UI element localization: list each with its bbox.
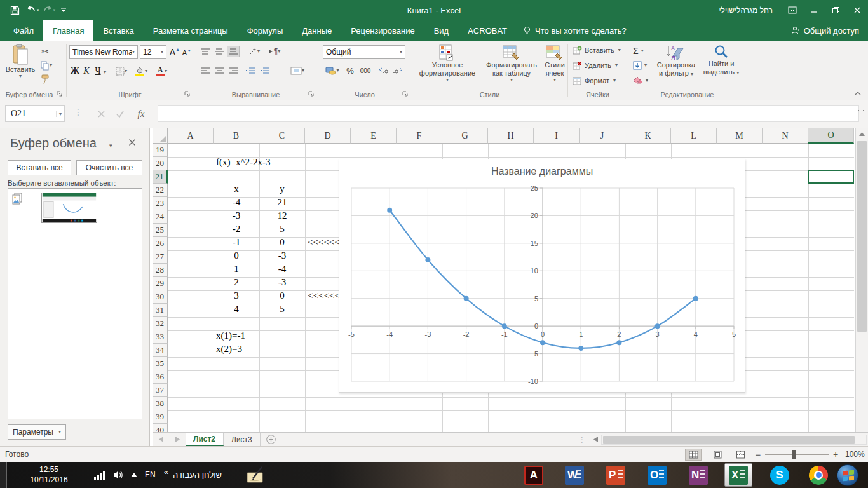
align-left-button[interactable] <box>199 65 212 76</box>
decrease-indent-button[interactable] <box>243 65 256 76</box>
cell-B29[interactable]: 2 <box>214 277 259 290</box>
underline-dropdown[interactable]: ▾ <box>104 70 106 75</box>
column-header-D[interactable]: D <box>305 128 351 144</box>
cell-C29[interactable]: -3 <box>259 277 305 290</box>
scroll-up-arrow[interactable] <box>856 128 868 139</box>
column-header-A[interactable]: A <box>168 128 214 144</box>
row-header-33[interactable]: 33 <box>153 330 168 344</box>
tell-me-box[interactable]: Что вы хотите сделать? <box>523 20 627 41</box>
row-header-26[interactable]: 26 <box>153 237 168 250</box>
share-button[interactable]: Общий доступ <box>791 20 859 41</box>
clipboard-options-button[interactable]: Параметры▾ <box>8 424 66 440</box>
comma-style-button[interactable]: 000 <box>357 65 374 76</box>
conditional-formatting-button[interactable]: Условное форматирование▾ <box>414 44 480 83</box>
desktop-toolbar-label[interactable]: שולחן העבודה <box>173 470 222 480</box>
cell-C30[interactable]: 0 <box>259 290 305 304</box>
column-header-K[interactable]: K <box>625 128 671 144</box>
number-dialog-launcher[interactable] <box>402 90 409 98</box>
grow-font-button[interactable]: A▲ <box>169 45 180 59</box>
hscroll-left-arrow[interactable] <box>590 437 601 442</box>
taskbar-app-excel[interactable]: X <box>724 463 752 487</box>
autosum-button[interactable]: Σ▾ <box>633 46 644 56</box>
select-all-corner[interactable] <box>153 128 168 144</box>
zoom-slider-thumb[interactable] <box>792 450 796 459</box>
show-desktop-button[interactable] <box>0 462 7 488</box>
merge-center-button[interactable]: ▾ <box>287 65 308 76</box>
find-select-button[interactable]: Найти ивыделить ▾ <box>700 44 742 76</box>
horizontal-scrollbar[interactable] <box>601 435 867 445</box>
cell-B30[interactable]: 3 <box>214 290 259 304</box>
format-cells-button[interactable]: Формат▾ <box>573 76 616 85</box>
row-header-20[interactable]: 20 <box>153 157 168 170</box>
zoom-out-button[interactable]: − <box>754 449 763 459</box>
row-header-38[interactable]: 38 <box>153 397 168 410</box>
zoom-slider[interactable] <box>765 454 829 455</box>
cell-C26[interactable]: 0 <box>259 237 305 250</box>
column-header-G[interactable]: G <box>442 128 488 144</box>
text-direction-button[interactable]: ¶▾ <box>265 46 284 57</box>
enter-formula-icon[interactable] <box>112 105 128 122</box>
taskbar-clock[interactable]: 12:55 10/11/2016 <box>14 464 84 485</box>
ribbon-tab-вид[interactable]: Вид <box>424 20 459 41</box>
cell-B23[interactable]: -4 <box>214 197 259 210</box>
tray-expand-icon[interactable] <box>131 473 137 477</box>
collapse-ribbon-icon[interactable] <box>854 91 862 96</box>
clipboard-pane-close-icon[interactable] <box>128 139 136 146</box>
taskbar-app-adobe-reader[interactable]: A <box>520 463 548 487</box>
shrink-font-button[interactable]: A▼ <box>181 46 193 59</box>
ribbon-tab-разметка-страницы[interactable]: Разметка страницы <box>144 20 238 41</box>
row-header-29[interactable]: 29 <box>153 277 168 290</box>
name-box[interactable]: O21 ▾ <box>5 105 65 122</box>
format-painter-button[interactable] <box>38 74 52 85</box>
row-header-24[interactable]: 24 <box>153 210 168 224</box>
cell-B25[interactable]: -2 <box>214 224 259 237</box>
column-header-H[interactable]: H <box>488 128 534 144</box>
user-name[interactable]: רחל מגרהלישוילי <box>719 6 773 15</box>
chart-title[interactable]: Название диаграммы <box>339 166 745 177</box>
zoom-level[interactable]: 100% <box>845 450 865 459</box>
close-button[interactable] <box>846 0 868 20</box>
insert-cells-button[interactable]: Вставить▾ <box>573 46 621 55</box>
cell-B27[interactable]: 0 <box>214 250 259 264</box>
row-header-36[interactable]: 36 <box>153 370 168 384</box>
align-middle-button[interactable] <box>213 46 226 57</box>
tab-file[interactable]: Файл <box>4 20 43 41</box>
sort-filter-button[interactable]: АЯ Сортировкаи фильтр ▾ <box>653 44 699 78</box>
clipboard-dialog-launcher[interactable] <box>56 90 64 98</box>
font-color-button[interactable]: А▾ <box>153 65 170 78</box>
percent-style-button[interactable]: % <box>344 65 356 76</box>
redo-dropdown[interactable]: ▾ <box>53 8 56 13</box>
align-right-button[interactable] <box>227 65 240 76</box>
fill-color-button[interactable]: ▾ <box>132 65 150 78</box>
embedded-chart[interactable]: Название диаграммы -5-4-3-2-101234525201… <box>339 159 745 393</box>
column-header-M[interactable]: M <box>717 128 763 144</box>
row-header-28[interactable]: 28 <box>153 264 168 277</box>
italic-button[interactable]: К <box>81 65 92 78</box>
cell-C23[interactable]: 21 <box>259 197 305 210</box>
network-icon[interactable] <box>94 471 105 480</box>
increase-decimal-button[interactable] <box>377 65 390 76</box>
toolbar-chevrons[interactable]: « <box>164 467 168 477</box>
cut-button[interactable]: ✂ <box>38 46 52 57</box>
row-header-22[interactable]: 22 <box>153 184 168 197</box>
clear-all-button[interactable]: Очистить все <box>76 160 142 175</box>
row-header-30[interactable]: 30 <box>153 290 168 304</box>
row-header-27[interactable]: 27 <box>153 250 168 264</box>
orientation-button[interactable]: ▾ <box>246 46 262 57</box>
column-header-J[interactable]: J <box>580 128 625 144</box>
taskbar-app-word[interactable]: W <box>560 463 588 487</box>
ribbon-display-options-icon[interactable] <box>782 0 803 20</box>
column-header-C[interactable]: C <box>259 128 305 144</box>
cell-B20[interactable]: f(x)=x^2-2x-3 <box>214 157 270 170</box>
cell-C31[interactable]: 5 <box>259 304 305 317</box>
row-header-23[interactable]: 23 <box>153 197 168 210</box>
font-dialog-launcher[interactable] <box>184 90 191 98</box>
taskbar-app-skype[interactable]: S <box>766 463 794 487</box>
sheet-nav-right-icon[interactable] <box>169 433 186 446</box>
align-center-button[interactable] <box>213 65 226 76</box>
ribbon-tab-формулы[interactable]: Формулы <box>238 20 293 41</box>
cell-D26[interactable]: <<<<<< <box>305 237 340 250</box>
vertical-scrollbar[interactable] <box>855 128 868 432</box>
taskbar-app-powerpoint[interactable]: P <box>602 463 630 487</box>
customize-qat-icon[interactable] <box>55 3 72 18</box>
